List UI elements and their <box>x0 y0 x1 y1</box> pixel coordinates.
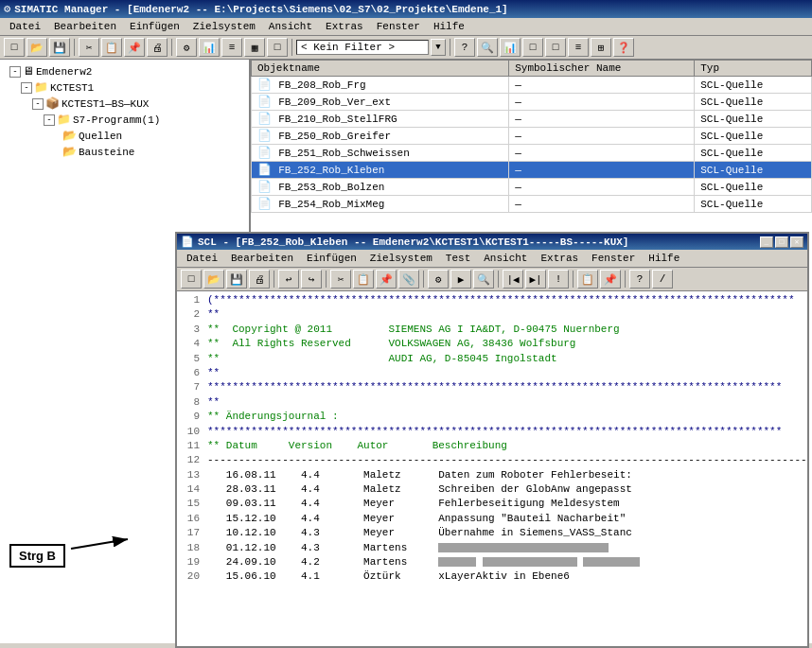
scl-paste3[interactable]: 📌 <box>600 270 621 289</box>
scl-menu-ansicht[interactable]: Ansicht <box>478 251 533 266</box>
obj-name-cell: 📄 FB_209_Rob_Ver_ext <box>252 94 509 111</box>
tree-item-bausteine[interactable]: 📂 Bausteine <box>2 144 247 160</box>
scl-menu-hilfe[interactable]: Hilfe <box>643 251 685 266</box>
tb-extra3[interactable]: □ <box>522 38 543 57</box>
menu-ansicht[interactable]: Ansicht <box>263 19 318 34</box>
scl-next[interactable]: ▶| <box>525 270 546 289</box>
code-line: 8** <box>181 395 803 410</box>
scl-menu-fenster[interactable]: Fenster <box>586 251 641 266</box>
table-row[interactable]: 📄 FB_250_Rob_Greifer—SCL-Quelle <box>252 128 812 145</box>
obj-sym-cell: — <box>509 145 695 162</box>
table-row[interactable]: 📄 FB_253_Rob_Bolzen—SCL-Quelle <box>252 179 812 196</box>
table-row[interactable]: 📄 FB_208_Rob_Frg—SCL-Quelle <box>252 77 812 94</box>
line-number: 5 <box>181 352 200 366</box>
copy-button[interactable]: 📋 <box>101 38 122 57</box>
tb-extra6[interactable]: ⊞ <box>591 38 611 57</box>
tb-btn-a[interactable]: ⚙ <box>176 38 197 57</box>
scl-maximize-button[interactable]: □ <box>775 236 788 248</box>
scl-close-button[interactable]: ✕ <box>790 236 803 248</box>
scl-run[interactable]: ▶ <box>450 270 471 289</box>
filter-dropdown[interactable]: ▼ <box>431 39 446 56</box>
scl-sep1 <box>274 271 274 288</box>
menu-einfuegen[interactable]: Einfügen <box>124 19 185 34</box>
scl-paste[interactable]: 📌 <box>376 270 397 289</box>
scl-new[interactable]: □ <box>181 270 202 289</box>
scl-menu-datei[interactable]: Datei <box>181 251 223 266</box>
scl-open[interactable]: 📂 <box>203 270 224 289</box>
obj-name-cell: 📄 FB_250_Rob_Greifer <box>252 128 509 145</box>
open-button[interactable]: 📂 <box>26 38 47 57</box>
scl-sep5 <box>573 271 574 288</box>
menu-hilfe[interactable]: Hilfe <box>428 19 470 34</box>
print-button[interactable]: 🖨 <box>147 38 168 57</box>
app-icon: ⚙ <box>4 2 10 16</box>
tree-item-kctest1-bs-kux[interactable]: - 📦 KCTEST1—BS—KUX <box>2 96 247 112</box>
tree-item-s7-programm[interactable]: - 📁 S7-Programm(1) <box>2 112 247 128</box>
tree-expand-emdenerw2[interactable]: - <box>9 66 21 78</box>
tb-help[interactable]: ? <box>454 38 475 57</box>
scl-menu-bearbeiten[interactable]: Bearbeiten <box>225 251 299 266</box>
table-row[interactable]: 📄 FB_252_Rob_Kleben—SCL-Quelle <box>252 162 812 179</box>
s7-icon: 📁 <box>57 113 71 127</box>
line-content: 16.08.11 4.4 Maletz Daten zum Roboter Fe… <box>207 468 632 482</box>
tb-extra1[interactable]: 🔍 <box>477 38 498 57</box>
menu-bearbeiten[interactable]: Bearbeiten <box>48 19 122 34</box>
tree-item-quellen[interactable]: 📂 Quellen <box>2 128 247 144</box>
obj-sym-cell: — <box>509 196 695 213</box>
scl-menu-extras[interactable]: Extras <box>535 251 584 266</box>
scl-copy2[interactable]: 📋 <box>577 270 598 289</box>
table-row[interactable]: 📄 FB_210_Rob_StellFRG—SCL-Quelle <box>252 111 812 128</box>
line-number: 2 <box>181 307 200 322</box>
scl-cut[interactable]: ✂ <box>330 270 351 289</box>
scl-code-content[interactable]: 1(**************************************… <box>177 291 807 646</box>
scl-minimize-button[interactable]: _ <box>760 236 773 248</box>
tb-btn-d[interactable]: ▦ <box>244 38 265 57</box>
scl-save[interactable]: 💾 <box>226 270 247 289</box>
code-line: 13 16.08.11 4.4 Maletz Daten zum Roboter… <box>181 468 803 482</box>
scl-menu-zielsystem[interactable]: Zielsystem <box>364 251 438 266</box>
save-button[interactable]: 💾 <box>49 38 70 57</box>
scl-help[interactable]: ? <box>629 270 650 289</box>
scl-extra1[interactable]: / <box>652 270 673 289</box>
line-number: 12 <box>181 453 200 467</box>
tb-extra4[interactable]: □ <box>545 38 566 57</box>
new-button[interactable]: □ <box>4 38 25 57</box>
line-content: 15.06.10 4.1 Öztürk xLayerAktiv in Ebene… <box>207 569 570 584</box>
code-line: 6** <box>181 366 803 380</box>
tb-btn-c[interactable]: ≡ <box>221 38 242 57</box>
scl-print[interactable]: 🖨 <box>249 270 270 289</box>
scl-undo[interactable]: ↩ <box>278 270 299 289</box>
tree-item-kctest1[interactable]: - 📁 KCTEST1 <box>2 79 247 96</box>
tree-expand-s7[interactable]: - <box>44 114 55 126</box>
tree-label-emdenerw2: Emdenerw2 <box>36 66 92 78</box>
tb-btn-e[interactable]: □ <box>267 38 288 57</box>
menu-datei[interactable]: Datei <box>4 19 46 34</box>
table-row[interactable]: 📄 FB_254_Rob_MixMeg—SCL-Quelle <box>252 196 812 213</box>
tree-expand-kctest1[interactable]: - <box>21 82 32 94</box>
tb-extra5[interactable]: ≡ <box>568 38 589 57</box>
scl-excl[interactable]: ! <box>548 270 569 289</box>
scl-paste2[interactable]: 📎 <box>398 270 419 289</box>
menu-zielsystem[interactable]: Zielsystem <box>187 19 261 34</box>
line-content: ----------------------------------------… <box>207 453 807 467</box>
filter-input[interactable]: < Kein Filter > <box>296 40 429 55</box>
scl-menu-test[interactable]: Test <box>440 251 476 266</box>
scl-copy[interactable]: 📋 <box>353 270 374 289</box>
scl-debug[interactable]: 🔍 <box>473 270 494 289</box>
tree-item-emdenerw2[interactable]: - 🖥 Emdenerw2 <box>2 63 247 79</box>
scl-prev[interactable]: |◀ <box>503 270 523 289</box>
paste-button[interactable]: 📌 <box>124 38 145 57</box>
scl-menu-einfuegen[interactable]: Einfügen <box>301 251 362 266</box>
tb-extra7[interactable]: ❓ <box>613 38 634 57</box>
scl-redo[interactable]: ↪ <box>301 270 322 289</box>
obj-icon: 📄 <box>257 198 278 211</box>
scl-compile[interactable]: ⚙ <box>428 270 449 289</box>
tree-expand-bs-kux[interactable]: - <box>32 98 44 110</box>
cut-button[interactable]: ✂ <box>79 38 99 57</box>
tb-extra2[interactable]: 📊 <box>500 38 521 57</box>
menu-extras[interactable]: Extras <box>320 19 369 34</box>
table-row[interactable]: 📄 FB_251_Rob_Schweissen—SCL-Quelle <box>252 145 812 162</box>
menu-fenster[interactable]: Fenster <box>371 19 426 34</box>
table-row[interactable]: 📄 FB_209_Rob_Ver_ext—SCL-Quelle <box>252 94 812 111</box>
tb-btn-b[interactable]: 📊 <box>199 38 220 57</box>
